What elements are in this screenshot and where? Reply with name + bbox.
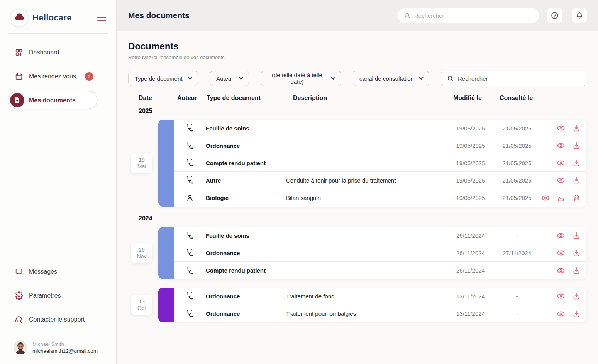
group-color-bar — [158, 227, 174, 279]
document-row[interactable]: Ordonnance 26/11/2024 27/11/2024 — [174, 244, 586, 262]
brand-row: Hellocare — [0, 0, 116, 32]
delete-button[interactable] — [572, 193, 581, 203]
download-button[interactable] — [572, 266, 581, 275]
date-group: 19 Mai Feuille de soins 19/05/2025 21/05… — [158, 120, 586, 207]
help-icon — [551, 11, 559, 20]
view-button[interactable] — [556, 309, 566, 318]
document-type: Biologie — [206, 195, 286, 201]
consulted-date: - — [494, 310, 540, 317]
modified-date: 26/11/2024 — [447, 267, 494, 274]
date-day: 19 — [131, 157, 152, 163]
row-actions — [540, 158, 586, 168]
row-actions — [540, 176, 586, 185]
filter-dropdown-2[interactable]: Auteur — [210, 71, 249, 86]
stethoscope-icon — [174, 124, 206, 133]
sidebar-item-messages[interactable]: Messages — [0, 260, 116, 284]
download-button[interactable] — [572, 176, 581, 185]
view-button[interactable] — [556, 248, 566, 257]
document-row[interactable]: Feuille de soins 26/11/2024 - — [174, 227, 586, 244]
document-row[interactable]: Ordonnance Traitement de fond 13/11/2024… — [174, 288, 586, 305]
global-search-input[interactable] — [414, 12, 533, 19]
column-header: Date — [139, 95, 152, 102]
filter-label: Auteur — [216, 75, 233, 82]
download-button[interactable] — [572, 141, 581, 150]
notifications-button[interactable] — [572, 8, 587, 23]
sidebar-item-contacter-le-support[interactable]: Contacter le support — [0, 308, 116, 332]
sidebar-item-paramètres[interactable]: Paramètres — [0, 284, 116, 308]
document-row[interactable]: Feuille de soins 19/05/2025 21/05/2025 — [174, 120, 586, 137]
search-icon — [404, 12, 411, 19]
download-button[interactable] — [556, 193, 566, 203]
view-button[interactable] — [556, 158, 566, 168]
chevron-down-icon — [419, 77, 424, 80]
document-card: Ordonnance Traitement de fond 13/11/2024… — [158, 288, 586, 322]
global-search — [398, 8, 539, 23]
document-row[interactable]: Compte rendu patient 26/11/2024 - — [174, 262, 586, 279]
filter-dropdown-3[interactable]: (de telle date à telle date) — [261, 71, 341, 86]
sidebar-item-dashboard[interactable]: Dashboard — [0, 41, 116, 64]
row-actions — [540, 248, 586, 257]
sidebar-item-label: Paramètres — [29, 292, 61, 299]
filter-dropdown-1[interactable]: Type de document — [128, 71, 198, 86]
download-button[interactable] — [572, 124, 581, 133]
page-title: Mes documents — [128, 11, 190, 20]
document-description: Traitement pour lombalgies — [286, 310, 447, 317]
stethoscope-icon — [174, 231, 206, 240]
view-button[interactable] — [541, 193, 550, 203]
download-icon — [572, 266, 581, 275]
document-row[interactable]: Ordonnance 19/05/2025 21/05/2025 — [174, 137, 586, 154]
download-button[interactable] — [572, 291, 581, 301]
download-button[interactable] — [572, 309, 581, 318]
eye-icon — [556, 124, 566, 133]
download-icon — [572, 309, 581, 318]
eye-icon — [556, 291, 566, 301]
view-button[interactable] — [556, 141, 566, 150]
document-row[interactable]: Compte rendu patient 19/05/2025 21/05/20… — [174, 154, 586, 172]
modified-date: 26/11/2024 — [447, 250, 494, 256]
document-row[interactable]: Biologie Bilan sanguin 19/05/2025 21/05/… — [174, 189, 586, 207]
stethoscope-icon — [174, 266, 206, 275]
avatar — [13, 340, 28, 355]
document-description: Traitement de fond — [286, 293, 447, 300]
filter-dropdown-4[interactable]: canal de consultation — [353, 71, 429, 86]
view-button[interactable] — [556, 231, 566, 240]
help-button[interactable] — [547, 8, 562, 23]
eye-icon — [556, 248, 566, 257]
sidebar-item-mes-rendez-vous[interactable]: Mes rendez vous 2 — [0, 64, 116, 88]
download-icon — [572, 291, 581, 301]
brand-name: Hellocare — [32, 13, 72, 23]
content: Documents Retrouvez ici l'ensemble de vo… — [117, 31, 598, 364]
date-month: Nov — [131, 253, 152, 260]
view-button[interactable] — [556, 176, 566, 185]
view-button[interactable] — [556, 291, 566, 301]
download-icon — [572, 124, 581, 133]
modified-date: 19/05/2025 — [447, 195, 494, 201]
document-type: Ordonnance — [206, 250, 286, 256]
modified-date: 19/05/2025 — [447, 125, 494, 132]
document-icon — [10, 93, 24, 107]
document-row[interactable]: Autre Conduite à tenir pour la prise du … — [174, 172, 586, 189]
sidebar-item-label: Mes rendez vous — [29, 73, 76, 80]
download-icon — [572, 141, 581, 150]
calendar-icon — [15, 72, 23, 81]
date-group: 13 Oct Ordonnance Traitement de fond 13/… — [158, 288, 586, 322]
download-button[interactable] — [572, 231, 581, 240]
download-button[interactable] — [572, 248, 581, 257]
bell-icon — [575, 11, 584, 20]
group-color-bar — [158, 288, 174, 322]
trash-icon — [572, 193, 581, 203]
view-button[interactable] — [556, 266, 566, 275]
document-type: Feuille de soins — [206, 125, 286, 132]
document-row[interactable]: Ordonnance Traitement pour lombalgies 13… — [174, 305, 586, 322]
row-actions — [540, 266, 586, 275]
document-groups: 2025 19 Mai Feuille de soins 19/05/2025 … — [128, 108, 586, 322]
download-button[interactable] — [572, 158, 581, 168]
menu-toggle-button[interactable] — [97, 15, 106, 21]
user-profile[interactable]: Michael Smith michaelsmith12@gmail.com — [0, 335, 116, 364]
sidebar-item-mes-documents[interactable]: Mes documents — [8, 91, 97, 109]
modified-date: 13/11/2024 — [447, 310, 494, 317]
message-icon — [15, 267, 23, 276]
view-button[interactable] — [556, 124, 566, 133]
date-chip: 26 Nov — [131, 243, 152, 263]
documents-search-input[interactable] — [458, 75, 581, 82]
